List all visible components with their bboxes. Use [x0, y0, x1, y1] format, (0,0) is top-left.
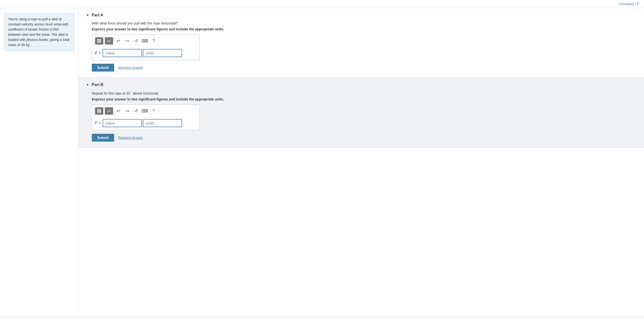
svg-rect-1 [100, 39, 101, 41]
part-b-title: Part B [92, 83, 103, 87]
keyboard-icon: ⌨ [142, 38, 148, 44]
undo-icon: ↩ [116, 38, 120, 44]
part-a-reload-button[interactable]: ↺ [132, 37, 140, 45]
part-a-header: ▼ Part A [86, 13, 637, 17]
svg-rect-3 [100, 41, 101, 43]
svg-rect-7 [100, 111, 101, 113]
part-b-undo-button[interactable]: ↩ [114, 107, 122, 115]
main-layout: You're using a rope to pull a sled at co… [0, 8, 644, 316]
part-b-widget: μÄ ↩ ↪ ↺ ⌨ ? [92, 105, 200, 130]
mu-label: μÄ [108, 39, 111, 42]
constants-link[interactable]: Constants | P [618, 2, 639, 6]
part-a-collapse-arrow[interactable]: ▼ [86, 13, 89, 17]
part-a-section: ▼ Part A With what force should you pull… [78, 8, 644, 78]
undo-icon-b: ↩ [116, 108, 120, 114]
redo-icon: ↪ [126, 38, 129, 44]
part-a-widget: μÄ ↩ ↪ ↺ ⌨ ? [92, 34, 200, 60]
grid-icon-b [97, 109, 101, 113]
part-b-redo-button[interactable]: ↪ [124, 107, 131, 115]
part-b-mu-button[interactable]: μÄ [105, 107, 113, 115]
part-a-action-row: Submit Request Answer [92, 64, 637, 72]
part-a-undo-button[interactable]: ↩ [114, 37, 122, 45]
svg-rect-6 [98, 111, 99, 113]
left-panel: You're using a rope to pull a sled at co… [0, 8, 78, 316]
part-a-question: With what force should you pull with the… [92, 21, 637, 25]
part-b-reload-button[interactable]: ↺ [132, 107, 140, 115]
keyboard-icon-b: ⌨ [142, 108, 148, 114]
help-icon: ? [152, 38, 155, 44]
part-b-request-answer-button[interactable]: Request Answer [118, 136, 143, 140]
svg-rect-0 [98, 39, 99, 41]
part-b-value-input[interactable] [102, 119, 142, 127]
part-b-header: ▼ Part B [86, 83, 637, 87]
part-b-submit-button[interactable]: Submit [92, 134, 114, 142]
part-a-redo-button[interactable]: ↪ [124, 37, 131, 45]
part-a-request-answer-button[interactable]: Request Answer [118, 66, 143, 70]
svg-rect-2 [98, 41, 99, 43]
part-b-toolbar: μÄ ↩ ↪ ↺ ⌨ ? [95, 107, 196, 117]
part-a-mu-button[interactable]: μÄ [105, 37, 113, 45]
part-a-help-button[interactable]: ? [150, 37, 157, 45]
part-b-instruction: Express your answer to two significant f… [92, 97, 637, 101]
svg-rect-5 [100, 109, 101, 111]
right-panel: ▼ Part A With what force should you pull… [78, 8, 644, 316]
mu-label-b: μÄ [108, 110, 111, 113]
part-b-section: ▼ Part B Repeat for the rope at 30 ° abo… [78, 78, 644, 148]
part-a-title: Part A [92, 13, 103, 17]
part-a-submit-button[interactable]: Submit [92, 64, 114, 72]
part-b-input-row: F = [95, 119, 196, 127]
part-a-toolbar: μÄ ↩ ↪ ↺ ⌨ ? [95, 37, 196, 46]
part-b-collapse-arrow[interactable]: ▼ [86, 83, 89, 87]
part-a-instruction: Express your answer to two significant f… [92, 27, 637, 31]
reload-icon: ↺ [134, 38, 138, 44]
part-a-input-row: F = [95, 49, 196, 57]
problem-text: You're using a rope to pull a sled at co… [8, 17, 69, 47]
reload-icon-b: ↺ [134, 108, 138, 114]
part-b-keyboard-button[interactable]: ⌨ [141, 107, 148, 115]
part-a-grid-button[interactable] [95, 37, 103, 45]
part-a-keyboard-button[interactable]: ⌨ [141, 37, 148, 45]
part-b-help-button[interactable]: ? [150, 107, 157, 115]
part-a-value-input[interactable] [102, 49, 142, 57]
redo-icon-b: ↪ [126, 108, 129, 114]
part-b-action-row: Submit Request Answer [92, 134, 637, 142]
part-a-equation-label: F = [95, 51, 100, 55]
part-a-units-input[interactable] [143, 49, 182, 57]
part-b-units-input[interactable] [143, 119, 182, 127]
problem-box: You're using a rope to pull a sled at co… [4, 13, 74, 51]
grid-icon [97, 39, 101, 43]
part-b-question: Repeat for the rope at 30 ° above horizo… [92, 91, 637, 95]
top-bar: Constants | P [0, 0, 644, 8]
help-icon-b: ? [152, 108, 155, 113]
part-b-grid-button[interactable] [95, 107, 103, 115]
svg-rect-4 [98, 109, 99, 111]
part-b-equation-label: F = [95, 121, 100, 125]
